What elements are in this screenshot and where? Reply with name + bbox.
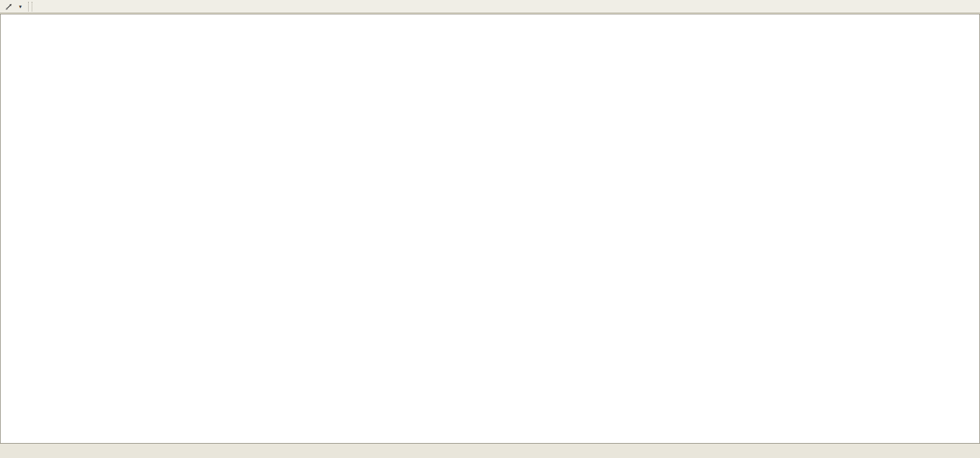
chart-cursor-icon bbox=[4, 2, 14, 11]
chart-title bbox=[4, 16, 9, 25]
chart-canvas[interactable] bbox=[1, 14, 979, 443]
chevron-down-icon[interactable]: ▾ bbox=[17, 4, 24, 10]
chart-tab-bar bbox=[0, 444, 980, 458]
chart-cursor-icon[interactable] bbox=[2, 1, 16, 12]
toolbar: ▾ bbox=[0, 0, 980, 13]
mt4-window: ▾ bbox=[0, 0, 980, 458]
chart-window bbox=[0, 14, 980, 444]
toolbar-separator bbox=[28, 2, 32, 11]
